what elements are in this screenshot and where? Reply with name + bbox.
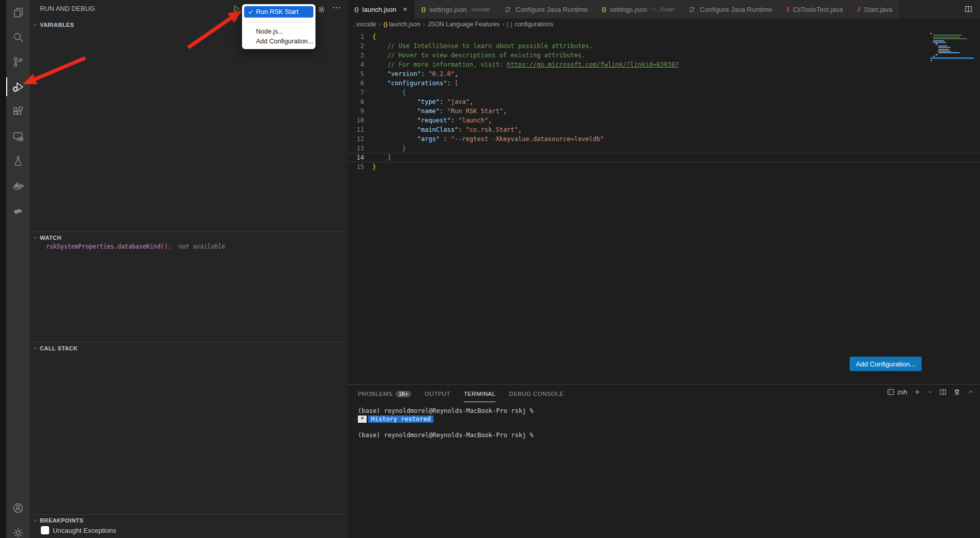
close-icon[interactable]: × (403, 5, 407, 13)
breadcrumb-item[interactable]: .vscode (355, 21, 376, 28)
activity-bar-item-accounts[interactable] (6, 496, 29, 520)
line-number: 2 (348, 41, 364, 51)
search-icon (12, 31, 24, 43)
activity-bar-item-run-and-debug[interactable] (6, 74, 29, 99)
scm-icon (12, 56, 24, 68)
minimap-row (938, 51, 951, 52)
remote-icon (12, 130, 24, 143)
activity-bar-item-manage[interactable] (6, 520, 29, 538)
editor-tab-clitoolstest-java[interactable]: JCliToolsTest.java (779, 0, 850, 19)
split-editor-icon[interactable] (964, 5, 973, 13)
breakpoint-row: Uncaught Exceptions (41, 526, 116, 534)
code-editor[interactable]: 1{2 // Use IntelliSense to learn about p… (348, 30, 980, 384)
activity-bar-item-extensions[interactable] (6, 99, 29, 124)
add-configuration-button[interactable]: Add Configuration... (850, 357, 922, 371)
chevron-down-icon (33, 22, 38, 27)
minimap-row (933, 56, 934, 57)
panel-tab-output[interactable]: OUTPUT (425, 385, 450, 402)
section-breakpoints[interactable]: BREAKPOINTS (29, 514, 348, 526)
code-text: { (372, 88, 406, 97)
views-more-actions-icon[interactable]: ⋯ (332, 2, 341, 13)
activity-bar-item-source-control[interactable] (6, 50, 29, 74)
java-file-icon: J (857, 5, 861, 13)
minimap-row (936, 54, 938, 55)
breadcrumb-item[interactable]: JSON Language Features (428, 21, 500, 28)
activity-bar-top (6, 0, 29, 223)
minimap-row (938, 49, 949, 50)
tab-path-suffix: ~/.../User (650, 6, 674, 12)
line-number: 3 (348, 51, 364, 60)
code-text: "version": "0.2.0", (372, 69, 458, 79)
minimap[interactable] (930, 33, 974, 67)
chevron-down-icon (33, 346, 38, 351)
line-number: 5 (348, 69, 364, 79)
menu-item-node-js-[interactable]: Node.js... (242, 26, 315, 36)
code-line-2: 2 // Use IntelliSense to learn about pos… (348, 41, 980, 51)
tab-label: settings.json (610, 6, 647, 13)
activity-bar-item-gradle[interactable] (6, 198, 29, 223)
gradle-icon (12, 205, 24, 217)
editor-region: {}launch.json×{}settings.json.vscodeConf… (348, 0, 980, 538)
activity-bar-item-explorer[interactable] (6, 0, 29, 25)
start-debugging-icon[interactable] (233, 5, 240, 12)
code-line-15: 15} (348, 162, 980, 172)
line-number: 9 (348, 106, 364, 116)
sidebar-title: RUN AND DEBUG (40, 5, 95, 12)
panel-tab-debug-console[interactable]: DEBUG CONSOLE (509, 385, 564, 402)
launch-profile-chevron-icon[interactable] (927, 389, 933, 395)
terminal-output[interactable]: (base) reynoldmorel@Reynolds-MacBook-Pro… (358, 407, 534, 439)
json-braces-icon: {} (601, 6, 606, 12)
maximize-panel-chevron-icon[interactable] (967, 388, 975, 396)
code-line-9: 9 "name": "Run RSK Start", (348, 106, 980, 116)
breadcrumb-separator: › (502, 21, 504, 28)
activity-bar-item-docker[interactable] (6, 174, 29, 198)
tab-path-suffix: .vscode (470, 6, 490, 12)
launch-settings-gear-icon[interactable] (317, 5, 326, 14)
terminal-shell-selector[interactable]: zsh (887, 388, 907, 396)
editor-tab-launch-json[interactable]: {}launch.json× (348, 0, 415, 19)
extensions-icon (12, 105, 24, 118)
activity-bar-item-remote-explorer[interactable] (6, 124, 29, 149)
activity-bar-item-search[interactable] (6, 25, 29, 50)
menu-item-add-configuration-[interactable]: Add Configuration... (242, 36, 315, 46)
breadcrumb-item[interactable]: [ ] configurations (507, 21, 553, 28)
split-terminal-icon[interactable] (939, 388, 947, 396)
terminal-line: *History restored (358, 416, 534, 424)
problems-count-badge: 1K+ (396, 391, 411, 397)
code-line-12: 12 "args" : "--regtest -Xkeyvalue.dataso… (348, 134, 980, 144)
tab-label: Start.java (864, 6, 893, 13)
editor-tab-configure-java-runtime[interactable]: Configure Java Runtime (497, 0, 595, 19)
minimap-row (930, 60, 932, 61)
minimap-row (933, 38, 967, 39)
kill-terminal-trash-icon[interactable] (953, 388, 961, 396)
menu-item-run-rsk-start[interactable]: Run RSK Start (244, 6, 313, 18)
line-number: 11 (348, 125, 364, 134)
tab-label: settings.json (429, 6, 466, 13)
panel-tab-terminal[interactable]: TERMINAL (464, 385, 495, 402)
breadcrumb: .vscode›{} launch.json›JSON Language Fea… (348, 19, 980, 30)
section-watch[interactable]: WATCH (29, 232, 348, 243)
files-icon (12, 6, 24, 19)
json-braces-icon: {} (354, 6, 359, 12)
breadcrumb-item[interactable]: {} launch.json (383, 21, 420, 28)
new-terminal-icon[interactable] (913, 388, 921, 396)
editor-tab-settings-json[interactable]: {}settings.json~/.../User (595, 0, 682, 19)
editor-tab-configure-java-runtime[interactable]: Configure Java Runtime (682, 0, 779, 19)
panel-tab-problems[interactable]: PROBLEMS1K+ (358, 385, 411, 402)
watch-expression-row[interactable]: rskSystemProperties.databaseKind(): not … (46, 243, 225, 250)
array-brackets-icon: [ ] (507, 22, 515, 27)
editor-tab-start-java[interactable]: JStart.java (850, 0, 899, 19)
breakpoint-checkbox[interactable] (41, 526, 49, 534)
code-text: ] (372, 153, 391, 162)
testing-icon (12, 155, 24, 167)
editor-tab-settings-json[interactable]: {}settings.json.vscode (415, 0, 497, 19)
code-line-5: 5 "version": "0.2.0", (348, 69, 980, 79)
code-text: { (372, 32, 376, 41)
code-text: // Hover to view descriptions of existin… (372, 51, 585, 60)
code-text: } (372, 162, 376, 172)
terminal-icon (887, 388, 895, 396)
gear-icon (12, 527, 24, 538)
activity-bar-item-testing[interactable] (6, 149, 29, 174)
terminal-line: (base) reynoldmorel@Reynolds-MacBook-Pro… (358, 407, 534, 416)
section-call-stack[interactable]: CALL STACK (29, 342, 348, 354)
